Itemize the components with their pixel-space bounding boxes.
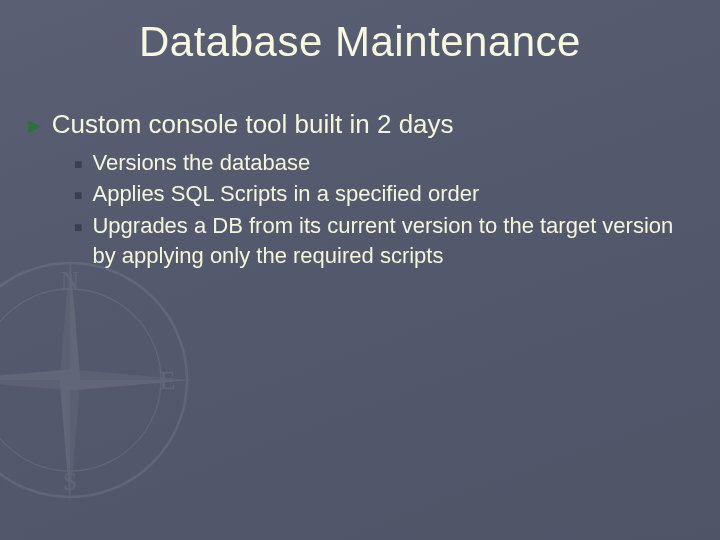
- slide: N S E W Database Maintenance ► Custom co…: [0, 0, 720, 540]
- svg-text:E: E: [160, 366, 176, 395]
- svg-point-0: [0, 263, 187, 497]
- svg-marker-9: [0, 380, 70, 390]
- svg-point-1: [0, 289, 161, 471]
- square-bullet-icon: ■: [74, 155, 82, 174]
- compass-rose-decoration: N S E W: [0, 250, 200, 510]
- svg-marker-4: [70, 380, 194, 390]
- bullet-text: Custom console tool built in 2 days: [52, 108, 454, 142]
- svg-marker-3: [60, 257, 70, 381]
- slide-body: ► Custom console tool built in 2 days ■ …: [24, 108, 680, 273]
- bullet-text: Versions the database: [92, 148, 680, 178]
- slide-title: Database Maintenance: [0, 18, 720, 66]
- bullet-text: Applies SQL Scripts in a specified order: [92, 179, 680, 209]
- sub-bullet-list: ■ Versions the database ■ Applies SQL Sc…: [74, 148, 680, 271]
- bullet-text: Upgrades a DB from its current version t…: [92, 211, 680, 270]
- svg-marker-2: [70, 257, 80, 381]
- svg-text:S: S: [63, 468, 77, 497]
- svg-marker-6: [60, 380, 70, 504]
- svg-marker-8: [0, 370, 70, 380]
- bullet-level-2: ■ Upgrades a DB from its current version…: [74, 211, 680, 270]
- triangle-bullet-icon: ►: [24, 112, 46, 141]
- bullet-level-2: ■ Versions the database: [74, 148, 680, 178]
- square-bullet-icon: ■: [74, 186, 82, 205]
- svg-marker-7: [70, 380, 80, 504]
- square-bullet-icon: ■: [74, 218, 82, 237]
- bullet-level-2: ■ Applies SQL Scripts in a specified ord…: [74, 179, 680, 209]
- bullet-level-1: ► Custom console tool built in 2 days: [24, 108, 680, 142]
- svg-marker-5: [70, 370, 194, 380]
